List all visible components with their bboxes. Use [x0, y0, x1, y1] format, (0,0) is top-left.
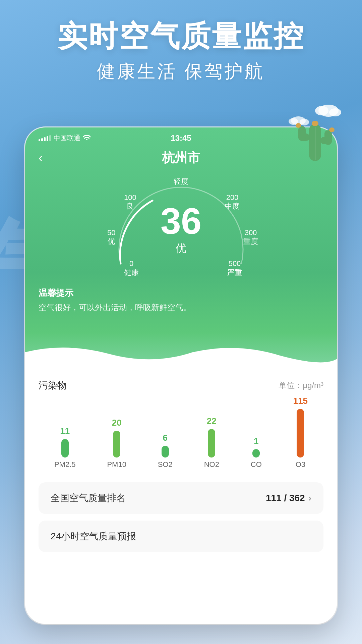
ranking-value: 111 / 362 ›: [266, 493, 311, 503]
pollutant-name: SO2: [158, 460, 173, 469]
gauge-label-top: 轻度: [174, 176, 188, 186]
signal-bar-2: [41, 138, 43, 141]
pollutant-bar: [208, 429, 215, 458]
gauge-label-left: 50优: [107, 228, 115, 246]
svg-rect-10: [324, 130, 332, 145]
pollutant-value: 1: [254, 436, 258, 446]
svg-point-1: [315, 106, 328, 115]
gauge-label-bottomleft: 0健康: [124, 259, 139, 277]
pollutant-item: 6 SO2: [158, 433, 173, 469]
svg-point-12: [296, 123, 301, 128]
tips-title: 温馨提示: [39, 287, 323, 299]
aqi-value: 36: [161, 203, 201, 239]
back-button[interactable]: ‹: [39, 151, 43, 165]
pollutant-bar: [162, 446, 169, 458]
pollutant-name: PM2.5: [54, 460, 76, 469]
cactus-decoration: [288, 97, 342, 164]
pollutants-unit: 单位：μg/m³: [279, 380, 323, 391]
pollutants-header: 污染物 单位：μg/m³: [39, 379, 323, 392]
time-display: 13:45: [171, 133, 191, 143]
gauge-label-bottomright: 500严重: [227, 259, 242, 277]
svg-point-5: [300, 119, 309, 125]
gauge-container: 轻度 100良 200中度 50优 300重度 0健康 500严重 36 优: [94, 173, 268, 280]
pollutant-name: PM10: [107, 460, 126, 469]
signal-bar-4: [47, 136, 48, 141]
content-section: 污染物 单位：μg/m³ 11 PM2.5 20 PM10 6 SO2 22 N…: [25, 369, 337, 624]
pollutant-item: 11 PM2.5: [54, 426, 76, 469]
svg-point-13: [329, 127, 335, 132]
pollutant-name: O3: [296, 460, 305, 469]
header-section: 实时空气质量监控 健康生活 保驾护航: [0, 20, 362, 84]
pollutant-item: 1 CO: [251, 436, 262, 469]
sub-title: 健康生活 保驾护航: [0, 59, 362, 84]
pollutant-item: 20 PM10: [107, 418, 126, 469]
pollutant-item: 22 NO2: [204, 416, 219, 469]
svg-point-11: [312, 121, 318, 126]
svg-point-2: [329, 108, 341, 116]
main-title: 实时空气质量监控: [0, 20, 362, 53]
tips-section: 温馨提示 空气很好，可以外出活动，呼吸新鲜空气。: [25, 280, 337, 320]
pollutant-bar: [113, 431, 120, 458]
gauge-label-right: 300重度: [243, 228, 258, 246]
forecast-label: 24小时空气质量预报: [51, 530, 136, 543]
status-left: 中国联通: [39, 133, 90, 143]
pollutant-bar: [61, 439, 69, 458]
aqi-level: 优: [161, 241, 201, 256]
pollutant-value: 115: [293, 396, 308, 406]
tips-content: 空气很好，可以外出活动，呼吸新鲜空气。: [39, 302, 323, 314]
pollutant-value: 20: [112, 418, 122, 428]
pollutant-value: 11: [60, 426, 70, 436]
pollutant-bar: [252, 449, 260, 458]
signal-bar-5: [49, 135, 51, 141]
gauge-center: 36 优: [161, 203, 201, 256]
gauge-label-topleft: 100良: [124, 193, 136, 211]
pollutant-item: 115 O3: [293, 396, 308, 469]
pollutants-grid: 11 PM2.5 20 PM10 6 SO2 22 NO2 1 CO 115 O…: [39, 402, 323, 469]
ranking-card[interactable]: 全国空气质量排名 111 / 362 ›: [39, 482, 323, 514]
pollutants-title: 污染物: [39, 379, 67, 392]
signal-bars: [39, 135, 51, 141]
pollutant-value: 22: [207, 416, 217, 426]
city-name: 杭州市: [162, 149, 200, 166]
phone-mockup: 中国联通 13:45 ‹ 杭州市: [25, 127, 337, 624]
pollutant-bar: [297, 409, 304, 458]
forecast-card[interactable]: 24小时空气质量预报: [39, 521, 323, 552]
signal-bar-3: [44, 137, 46, 141]
pollutant-name: CO: [251, 460, 262, 469]
gauge-label-topright: 200中度: [225, 193, 240, 211]
ranking-chevron: ›: [308, 493, 311, 503]
pollutant-name: NO2: [204, 460, 219, 469]
ranking-label: 全国空气质量排名: [51, 492, 126, 504]
wifi-icon: [83, 134, 90, 142]
carrier-name: 中国联通: [54, 133, 80, 143]
pollutant-value: 6: [163, 433, 168, 443]
wave-divider: [25, 342, 337, 369]
signal-bar-1: [39, 139, 40, 141]
svg-rect-8: [298, 126, 306, 141]
